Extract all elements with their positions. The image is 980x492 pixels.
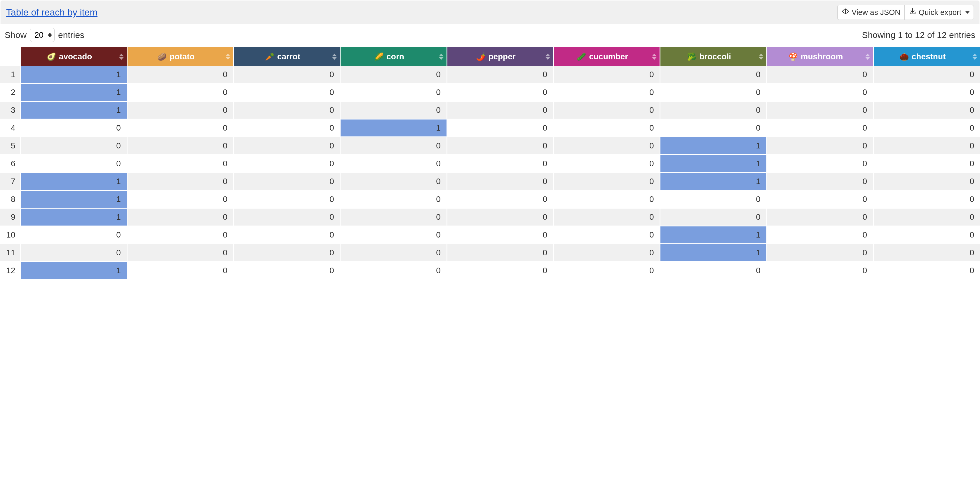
column-label: avocado <box>59 52 92 61</box>
table-row: 6000000100 <box>0 155 980 173</box>
row-number: 2 <box>0 83 21 101</box>
reach-table: 🥑avocado🥔potato🥕carrot🌽corn🌶️pepper🥒cucu… <box>0 47 980 280</box>
cell-avocado: 1 <box>21 173 127 190</box>
view-json-button[interactable]: View as JSON <box>837 5 904 20</box>
cell-broccoli: 1 <box>660 226 767 244</box>
potato-icon: 🥔 <box>157 52 167 61</box>
row-number: 3 <box>0 101 21 119</box>
cell-corn: 0 <box>340 66 447 83</box>
table-row: 4000100000 <box>0 119 980 137</box>
row-number: 11 <box>0 244 21 262</box>
chestnut-icon: 🌰 <box>899 52 909 61</box>
cell-carrot: 0 <box>234 244 340 262</box>
cell-carrot: 0 <box>234 66 340 83</box>
cell-broccoli: 0 <box>660 262 767 280</box>
cell-chestnut: 0 <box>873 101 980 119</box>
carrot-icon: 🥕 <box>265 52 274 61</box>
sort-icon <box>865 54 870 60</box>
cell-pepper: 0 <box>447 155 553 173</box>
row-number: 6 <box>0 155 21 173</box>
cell-mushroom: 0 <box>767 83 873 101</box>
length-control: Show 20 entries <box>5 28 84 42</box>
column-label: cucumber <box>589 52 628 61</box>
row-number: 12 <box>0 262 21 280</box>
cell-broccoli: 0 <box>660 119 767 137</box>
sort-icon <box>439 54 444 60</box>
cell-potato: 0 <box>127 226 234 244</box>
cell-corn: 0 <box>340 262 447 280</box>
cell-chestnut: 0 <box>873 119 980 137</box>
column-header-cucumber[interactable]: 🥒cucumber <box>554 47 660 66</box>
column-header-potato[interactable]: 🥔potato <box>127 47 234 66</box>
cell-mushroom: 0 <box>767 66 873 83</box>
column-label: carrot <box>277 52 300 61</box>
cell-chestnut: 0 <box>873 173 980 190</box>
cell-potato: 0 <box>127 119 234 137</box>
cell-avocado: 1 <box>21 101 127 119</box>
quick-export-label: Quick export <box>919 8 961 17</box>
cell-cucumber: 0 <box>554 244 660 262</box>
sort-icon <box>332 54 337 60</box>
column-header-carrot[interactable]: 🥕carrot <box>234 47 340 66</box>
cell-avocado: 0 <box>21 244 127 262</box>
cell-chestnut: 0 <box>873 226 980 244</box>
table-row: 1100000000 <box>0 66 980 83</box>
row-number: 10 <box>0 226 21 244</box>
table-row: 2100000000 <box>0 83 980 101</box>
cell-broccoli: 1 <box>660 173 767 190</box>
cell-pepper: 0 <box>447 137 553 155</box>
column-header-pepper[interactable]: 🌶️pepper <box>447 47 553 66</box>
cell-chestnut: 0 <box>873 208 980 226</box>
table-row: 11000000100 <box>0 244 980 262</box>
cell-mushroom: 0 <box>767 155 873 173</box>
cell-chestnut: 0 <box>873 244 980 262</box>
broccoli-icon: 🥦 <box>687 52 696 61</box>
cell-chestnut: 0 <box>873 155 980 173</box>
cell-mushroom: 0 <box>767 190 873 208</box>
cell-avocado: 1 <box>21 83 127 101</box>
table-head: 🥑avocado🥔potato🥕carrot🌽corn🌶️pepper🥒cucu… <box>0 47 980 66</box>
column-header-avocado[interactable]: 🥑avocado <box>21 47 127 66</box>
column-header-chestnut[interactable]: 🌰chestnut <box>873 47 980 66</box>
cell-pepper: 0 <box>447 208 553 226</box>
cell-pepper: 0 <box>447 226 553 244</box>
cell-potato: 0 <box>127 208 234 226</box>
quick-export-button[interactable]: Quick export <box>904 5 974 20</box>
sort-icon <box>119 54 124 60</box>
panel-title-link[interactable]: Table of reach by item <box>6 7 97 18</box>
column-header-broccoli[interactable]: 🥦broccoli <box>660 47 767 66</box>
page-size-select[interactable]: 20 <box>30 28 54 42</box>
cell-cucumber: 0 <box>554 208 660 226</box>
cucumber-icon: 🥒 <box>577 52 586 61</box>
pepper-icon: 🌶️ <box>476 52 485 61</box>
table-row: 3100000000 <box>0 101 980 119</box>
caret-down-icon <box>966 11 969 14</box>
sort-icon <box>546 54 550 60</box>
sort-icon <box>759 54 764 60</box>
cell-avocado: 1 <box>21 66 127 83</box>
cell-cucumber: 0 <box>554 119 660 137</box>
cell-mushroom: 0 <box>767 226 873 244</box>
cell-broccoli: 0 <box>660 83 767 101</box>
cell-mushroom: 0 <box>767 262 873 280</box>
column-header-mushroom[interactable]: 🍄mushroom <box>767 47 873 66</box>
cell-pepper: 0 <box>447 83 553 101</box>
cell-carrot: 0 <box>234 155 340 173</box>
sort-icon <box>652 54 657 60</box>
cell-mushroom: 0 <box>767 119 873 137</box>
sort-icon <box>226 54 230 60</box>
panel-header: Table of reach by item View as JSON Quic <box>1 1 979 24</box>
corn-icon: 🌽 <box>374 52 383 61</box>
column-header-corn[interactable]: 🌽corn <box>340 47 447 66</box>
cell-avocado: 1 <box>21 208 127 226</box>
table-row: 7100000100 <box>0 173 980 190</box>
cell-carrot: 0 <box>234 190 340 208</box>
cell-cucumber: 0 <box>554 155 660 173</box>
cell-corn: 0 <box>340 190 447 208</box>
cell-cucumber: 0 <box>554 262 660 280</box>
cell-carrot: 0 <box>234 83 340 101</box>
cell-cucumber: 0 <box>554 226 660 244</box>
cell-broccoli: 1 <box>660 155 767 173</box>
cell-broccoli: 0 <box>660 190 767 208</box>
row-number: 4 <box>0 119 21 137</box>
